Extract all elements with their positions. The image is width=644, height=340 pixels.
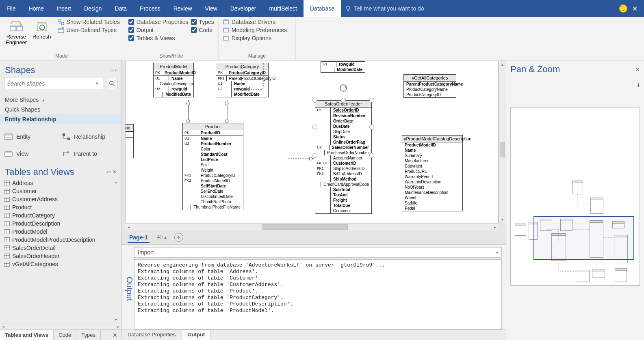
svg-marker-29 bbox=[67, 151, 69, 153]
selection-handle[interactable] bbox=[341, 98, 346, 103]
hscroll-right-icon[interactable]: ▸ bbox=[115, 325, 121, 329]
table-icon bbox=[4, 245, 10, 250]
table-icon bbox=[4, 254, 10, 258]
display-options[interactable]: Display Options bbox=[223, 35, 287, 41]
table-item[interactable]: Customer bbox=[4, 187, 121, 195]
search-button[interactable] bbox=[107, 78, 117, 89]
pan-zoom-panel: Pan & Zoom ✕ + bbox=[506, 61, 644, 340]
svg-rect-28 bbox=[5, 152, 12, 153]
shape-parent-to[interactable]: Parent to bbox=[62, 146, 115, 161]
tell-me-search[interactable]: Tell me what you want to do bbox=[345, 0, 619, 17]
entity-partial[interactable]: ptionID bbox=[125, 124, 134, 158]
chk-tables-views[interactable]: Tables & Views bbox=[128, 35, 189, 41]
menu-tab-data[interactable]: Data bbox=[108, 0, 134, 17]
output-panel: Output Import ▾ Reverse engineering from… bbox=[122, 244, 506, 329]
gear-icon bbox=[223, 27, 229, 33]
panzoom-minimap[interactable] bbox=[510, 107, 640, 286]
svg-point-13 bbox=[62, 27, 64, 29]
center-area: ptionIDProductModelPKProductModelIDU1Nam… bbox=[122, 61, 506, 340]
table-item[interactable]: SalesOrderDetail bbox=[4, 244, 121, 252]
menu-tab-developer[interactable]: Developer bbox=[224, 0, 263, 17]
selection-handle[interactable] bbox=[312, 98, 317, 103]
entity-vGetAllCategories[interactable]: vGetAllCategoriesParentProductCategoryNa… bbox=[403, 74, 456, 98]
refresh-icon bbox=[36, 20, 48, 32]
table-item[interactable]: CustomerAddress bbox=[4, 195, 121, 203]
close-icon[interactable]: ✕ bbox=[632, 5, 637, 13]
output-log[interactable]: Reverse engineering from database 'Adven… bbox=[134, 259, 502, 329]
chk-code[interactable]: Code bbox=[191, 27, 214, 33]
dock-tab[interactable]: Output bbox=[182, 330, 211, 340]
search-icon bbox=[109, 81, 115, 86]
tables-panel-controls[interactable]: ▭ ✕ bbox=[107, 169, 117, 175]
entity-HeaderTopFrag[interactable]: U1rowguidModifiedDate bbox=[321, 61, 365, 73]
panzoom-close-icon[interactable]: ✕ bbox=[635, 66, 640, 73]
refresh-button[interactable]: Refresh bbox=[31, 19, 53, 41]
selection-handle[interactable] bbox=[312, 125, 317, 129]
bottom-tab[interactable]: Code bbox=[54, 330, 76, 340]
bottom-tab[interactable]: Tables and Views bbox=[0, 330, 54, 340]
canvas[interactable]: ptionIDProductModelPKProductModelIDU1Nam… bbox=[122, 61, 506, 230]
shape-entity[interactable]: Entity bbox=[4, 129, 57, 144]
shape-view[interactable]: View bbox=[4, 146, 57, 161]
menu-tab-home[interactable]: Home bbox=[22, 0, 50, 17]
database-drivers[interactable]: Database Drivers bbox=[223, 19, 287, 25]
table-item[interactable]: ProductModelProductDescription bbox=[4, 236, 121, 244]
menu-tab-view[interactable]: View bbox=[199, 0, 224, 17]
table-item[interactable]: Address bbox=[4, 179, 121, 187]
table-item[interactable]: ProductModel bbox=[4, 228, 121, 236]
shape-relationship[interactable]: Relationship bbox=[62, 129, 115, 144]
selection-handle[interactable] bbox=[312, 153, 317, 158]
menu-tab-multiselect[interactable]: multiSelect bbox=[263, 0, 304, 17]
reverse-engineer-button[interactable]: Reverse Engineer bbox=[4, 19, 28, 46]
bottom-tab[interactable]: Types bbox=[76, 330, 101, 340]
menu-tab-database[interactable]: Database bbox=[304, 0, 341, 17]
show-related-tables[interactable]: Show Related Tables bbox=[58, 19, 120, 25]
table-item[interactable]: vGetAllCategories bbox=[4, 260, 121, 268]
user-defined-types[interactable]: User-Defined Types bbox=[58, 27, 120, 33]
vertical-scrollbar[interactable]: ▴ ▾ bbox=[499, 61, 506, 223]
entity-vProductModelCatalogDescription[interactable]: vProductModelCatalogDescriptionProductMo… bbox=[402, 135, 463, 211]
entity-SalesOrderHeader[interactable]: SalesOrderHeaderPKSalesOrderIDRevisionNu… bbox=[315, 100, 372, 214]
panzoom-title: Pan & Zoom bbox=[510, 64, 560, 75]
tables-scrollbar[interactable]: ▴ ▾ bbox=[115, 179, 121, 323]
rotate-icon[interactable] bbox=[338, 83, 348, 93]
selection-handle[interactable] bbox=[369, 153, 374, 158]
output-filter-dropdown[interactable]: Import ▾ bbox=[134, 247, 502, 258]
svg-rect-10 bbox=[61, 22, 64, 25]
page-tab[interactable]: Page-1 bbox=[128, 232, 150, 243]
chk-types[interactable]: Types bbox=[191, 19, 214, 25]
table-item[interactable]: SalesOrderHeader bbox=[4, 252, 121, 260]
table-item[interactable]: ProductCategory bbox=[4, 211, 121, 219]
menu-tab-file[interactable]: File bbox=[0, 0, 22, 17]
feedback-smiley-icon[interactable] bbox=[619, 4, 627, 13]
selection-handle[interactable] bbox=[369, 125, 374, 129]
shapes-nav-item[interactable]: Quick Shapes bbox=[5, 105, 117, 114]
horizontal-scrollbar[interactable]: ◂ ▸ bbox=[125, 223, 499, 230]
chk-output[interactable]: Output bbox=[128, 27, 189, 33]
pages-all[interactable]: All ▴ bbox=[157, 234, 167, 240]
menu-tab-review[interactable]: Review bbox=[167, 0, 199, 17]
entity-Product[interactable]: ProductPKProductIDU1NameU2ProductNumberC… bbox=[182, 123, 243, 210]
menu-tab-insert[interactable]: Insert bbox=[50, 0, 78, 17]
shapes-collapse-icon[interactable]: ▭ ‹ bbox=[109, 67, 117, 73]
menu-tab-process[interactable]: Process bbox=[133, 0, 167, 17]
table-item[interactable]: Product bbox=[4, 203, 121, 211]
menu-tab-design[interactable]: Design bbox=[78, 0, 108, 17]
shapes-nav-item[interactable]: More Shapes bbox=[5, 95, 117, 105]
chk-db-properties[interactable]: Database Properties bbox=[128, 19, 189, 25]
svg-rect-17 bbox=[223, 28, 228, 29]
shape-parent-to-icon bbox=[62, 150, 71, 157]
entity-ProductModel[interactable]: ProductModelPKProductModelIDU1NameCatalo… bbox=[153, 63, 194, 97]
entity-ProductCategory[interactable]: ProductCategoryPKProductCategoryIDFK1Par… bbox=[216, 63, 269, 97]
panzoom-viewport[interactable] bbox=[533, 216, 634, 260]
panel-close-icon[interactable]: ✕ bbox=[108, 330, 121, 340]
table-item[interactable]: ProductDescription bbox=[4, 219, 121, 228]
modeling-preferences[interactable]: Modeling Preferences bbox=[223, 27, 287, 33]
selection-handle[interactable] bbox=[369, 98, 374, 103]
dock-tab[interactable]: Database Properties bbox=[122, 330, 182, 340]
hscroll-left-icon[interactable]: ◂ bbox=[0, 325, 7, 329]
add-page-button[interactable]: + bbox=[174, 233, 183, 242]
panzoom-add-icon[interactable]: + bbox=[636, 81, 641, 90]
search-shapes-input[interactable] bbox=[4, 78, 103, 89]
shapes-nav-item[interactable]: Entity Relationship bbox=[0, 114, 121, 124]
